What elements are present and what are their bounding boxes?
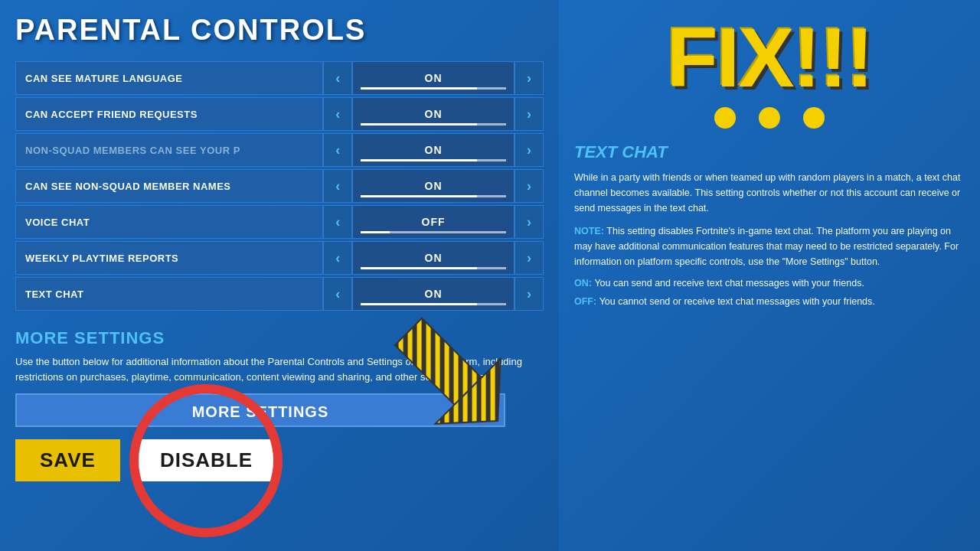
setting-value-cell-4: OFF: [352, 205, 514, 239]
slider-fill-3: [361, 195, 477, 197]
arrow-right-0[interactable]: ›: [514, 61, 544, 95]
arrow-right-4[interactable]: ›: [514, 205, 544, 239]
description-text: While in a party with friends or when te…: [574, 170, 965, 216]
setting-label-0: CAN SEE MATURE LANGUAGE: [15, 61, 323, 95]
setting-value-cell-0: ON: [352, 61, 514, 95]
off-info: OFF: You cannot send or receive text cha…: [574, 294, 965, 308]
slider-bar-5: [361, 267, 506, 269]
dot-1: [714, 107, 736, 129]
fix-title: FIX!!!: [574, 15, 965, 99]
arrow-right-2[interactable]: ›: [514, 133, 544, 167]
slider-fill-5: [361, 267, 477, 269]
slider-bar-4: [361, 231, 506, 233]
setting-value-cell-6: ON: [352, 277, 514, 311]
slider-fill-4: [361, 231, 390, 233]
arrow-left-3[interactable]: ‹: [323, 169, 352, 203]
slider-fill-0: [361, 87, 477, 90]
setting-row: WEEKLY PLAYTIME REPORTS‹ON›: [15, 241, 544, 275]
setting-value-0: ON: [425, 72, 443, 84]
more-settings-title: MORE SETTINGS: [15, 328, 544, 348]
arrow-left-2[interactable]: ‹: [323, 133, 352, 167]
setting-value-5: ON: [425, 252, 443, 264]
note-label: NOTE:: [574, 226, 606, 236]
on-info: ON: You can send and receive text chat m…: [574, 276, 965, 289]
setting-value-3: ON: [425, 180, 443, 192]
note-body: This setting disables Fortnite's in-game…: [574, 226, 959, 267]
save-button[interactable]: SAVE: [15, 439, 120, 481]
arrow-left-4[interactable]: ‹: [323, 205, 352, 239]
setting-value-6: ON: [425, 288, 443, 300]
setting-value-cell-5: ON: [352, 241, 514, 275]
slider-fill-6: [361, 303, 477, 305]
setting-label-4: VOICE CHAT: [15, 205, 323, 239]
setting-label-2: NON-SQUAD MEMBERS CAN SEE YOUR P: [15, 133, 323, 167]
setting-row: CAN SEE NON-SQUAD MEMBER NAMES‹ON›: [15, 169, 544, 203]
setting-value-4: OFF: [422, 216, 446, 228]
setting-label-5: WEEKLY PLAYTIME REPORTS: [15, 241, 323, 275]
arrow-right-3[interactable]: ›: [514, 169, 544, 203]
arrow-left-0[interactable]: ‹: [323, 61, 352, 95]
slider-bar-3: [361, 195, 506, 197]
setting-label-6: TEXT CHAT: [15, 277, 323, 311]
setting-label-3: CAN SEE NON-SQUAD MEMBER NAMES: [15, 169, 323, 203]
setting-row: CAN ACCEPT FRIEND REQUESTS‹ON›: [15, 97, 544, 131]
arrow-left-5[interactable]: ‹: [323, 241, 352, 275]
slider-bar-1: [361, 123, 506, 126]
settings-table: CAN SEE MATURE LANGUAGE‹ON›CAN ACCEPT FR…: [15, 59, 544, 313]
more-settings-text: Use the button below for additional info…: [15, 354, 544, 384]
page-title: PARENTAL CONTROLS: [15, 14, 544, 47]
off-description: You cannot send or receive text chat mes…: [599, 296, 875, 307]
setting-value-1: ON: [425, 108, 443, 120]
note-text: NOTE: This setting disables Fortnite's i…: [574, 223, 965, 269]
dot-3: [803, 107, 825, 129]
arrow-left-6[interactable]: ‹: [323, 277, 352, 311]
on-description: You can send and receive text chat messa…: [594, 278, 864, 289]
slider-bar-0: [361, 87, 506, 90]
slider-bar-2: [361, 159, 506, 161]
left-panel: PARENTAL CONTROLS CAN SEE MATURE LANGUAG…: [0, 0, 559, 551]
setting-row: VOICE CHAT‹OFF›: [15, 205, 544, 239]
arrow-right-5[interactable]: ›: [514, 241, 544, 275]
setting-value-cell-2: ON: [352, 133, 514, 167]
arrow-right-6[interactable]: ›: [514, 277, 544, 311]
text-chat-title: TEXT CHAT: [574, 142, 965, 162]
setting-value-2: ON: [425, 144, 443, 156]
dot-2: [759, 107, 780, 129]
arrow-right-1[interactable]: ›: [514, 97, 544, 131]
on-label: ON:: [574, 278, 594, 289]
setting-row: TEXT CHAT‹ON›: [15, 277, 544, 311]
setting-label-1: CAN ACCEPT FRIEND REQUESTS: [15, 97, 323, 131]
right-panel: FIX!!! TEXT CHAT While in a party with f…: [559, 0, 980, 551]
buttons-row: SAVE DISABLE: [15, 439, 544, 481]
slider-bar-6: [361, 303, 506, 305]
setting-row: NON-SQUAD MEMBERS CAN SEE YOUR P‹ON›: [15, 133, 544, 167]
more-settings-button[interactable]: MORE SETTINGS: [15, 393, 505, 427]
slider-fill-1: [361, 123, 477, 126]
slider-fill-2: [361, 159, 477, 161]
disable-button[interactable]: DISABLE: [136, 439, 277, 481]
arrow-left-1[interactable]: ‹: [323, 97, 352, 131]
off-label: OFF:: [574, 296, 599, 307]
setting-value-cell-3: ON: [352, 169, 514, 203]
setting-row: CAN SEE MATURE LANGUAGE‹ON›: [15, 61, 544, 95]
setting-value-cell-1: ON: [352, 97, 514, 131]
